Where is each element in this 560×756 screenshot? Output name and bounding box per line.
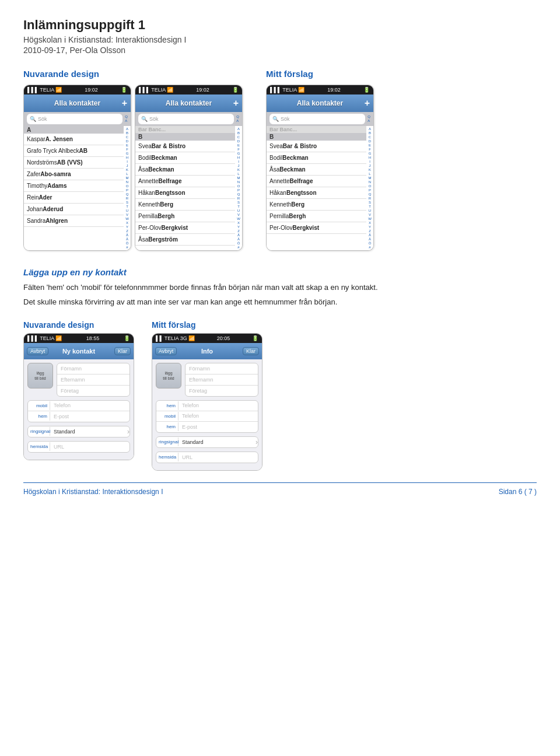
form-hem-row-1[interactable]: hem E-post [28, 411, 130, 422]
form-ring-row-2[interactable]: ringsignal Standard › [156, 437, 258, 447]
form-ring-value-1: Standard [50, 427, 127, 436]
form-hemsida-section-2: hemsida URL [156, 452, 258, 463]
contact-row[interactable]: Grafo Tryck Ahlbeck AB [24, 145, 124, 157]
desc-text-2: Det skulle minska förvirring av att man … [23, 296, 537, 309]
form-mobil-label-1: mobil [28, 401, 50, 410]
form-efternamn-field-1[interactable]: Efternamn [57, 374, 130, 386]
form-name-fields-1: Förnamn Efternamn Företag [57, 363, 130, 397]
status-bar-2: ▌▌▌ TELIA 📶 19:02 🔋 [135, 85, 242, 94]
contact-row[interactable]: Johan Aderud [24, 204, 124, 215]
nav-bar-1: Alla kontakter + [24, 94, 131, 112]
contacts-list-1: A Kaspar A. Jensen Grafo Tryck Ahlbeck A… [24, 126, 131, 250]
search-input-3[interactable]: 🔍 Sök [270, 114, 365, 124]
search-bar-3: 🔍 Sök QA [267, 112, 373, 126]
nav-bar-3: Alla kontakter + [267, 94, 373, 112]
form-epost-value-2[interactable]: E-post [178, 422, 258, 432]
add-contact-btn-1[interactable]: + [122, 98, 127, 108]
form-hem-label-2: hem [156, 401, 178, 410]
form-hemsida-row-2[interactable]: hemsida URL [156, 452, 258, 463]
form-telefon-value-2b[interactable]: Telefon [178, 411, 258, 421]
contact-row[interactable]: Kenneth Berg [135, 199, 235, 211]
nuvarande-label: Nuvarande design [23, 69, 243, 79]
form-ring-label-1: ringsignal [28, 427, 50, 436]
contact-row[interactable]: Sandra Ahlgren [24, 215, 124, 227]
contact-row[interactable]: Nordströms AB (VVS) [24, 157, 124, 169]
form-status-bar-2: ▌▌ TELIA 3G 📶 20:05 🔋 [152, 334, 262, 343]
form-fornamn-field-2[interactable]: Förnamn [186, 363, 258, 374]
contact-row[interactable]: Åsa Beckman [135, 164, 235, 176]
form-cancel-btn-2[interactable]: Avbryt [155, 347, 177, 355]
form-fornamn-field-1[interactable]: Förnamn [57, 363, 130, 374]
nav-title-1: Alla kontakter [54, 99, 100, 107]
form-phone-section-2: hem Telefon mobil Telefon hem E-post [156, 400, 258, 433]
form-foretag-field-1[interactable]: Företag [57, 386, 130, 396]
contact-row[interactable]: Håkan Bengtsson [267, 187, 366, 199]
contact-row[interactable]: Åsa Beckman [267, 164, 366, 176]
contact-row[interactable]: Pernilla Bergh [135, 211, 235, 222]
form-mobil-row-2[interactable]: mobil Telefon [156, 411, 258, 422]
contact-row[interactable]: Håkan Bengtsson [135, 187, 235, 199]
contact-row[interactable]: Annette Belfrage [267, 176, 366, 187]
form-telefon-value-2[interactable]: Telefon [178, 401, 258, 410]
add-contact-btn-3[interactable]: + [365, 98, 370, 108]
alphabet-bar-2[interactable]: ABCDEF GHIJKL MNOPQR STUVWX YZÅÄÖ# [235, 126, 242, 250]
form-ring-label-2: ringsignal [156, 438, 178, 446]
form-url-value-1[interactable]: URL [50, 442, 130, 452]
form-hem-epost-row-2[interactable]: hem E-post [156, 422, 258, 432]
form-ring-value-2: Standard [178, 438, 256, 447]
contact-row[interactable]: Svea Bar & Bistro [135, 141, 235, 152]
form-nav-bar-1: Avbryt Ny kontakt Klar [24, 343, 134, 359]
add-contact-btn-2[interactable]: + [233, 98, 239, 108]
form-epost-value-1[interactable]: E-post [50, 412, 130, 421]
contact-row[interactable]: Zafer Abo-samra [24, 169, 124, 180]
form-hemsida-row-1[interactable]: hemsida URL [28, 442, 130, 452]
contact-row[interactable]: Per-Olov Bergkvist [267, 222, 366, 234]
spacer [249, 69, 260, 251]
form-telefon-value-1[interactable]: Telefon [50, 401, 130, 410]
page-footer: Högskolan i Kristianstad: Interaktionsde… [23, 482, 537, 496]
desc-text-1: Fälten 'hem' och 'mobil' för telefonnmmm… [23, 282, 537, 294]
form-hemsida-label-1: hemsida [28, 442, 50, 451]
status-bar-1: ▌▌▌ TELIA 📶 19:02 🔋 [24, 85, 131, 94]
form-nav-bar-2: Avbryt Info Klar [152, 343, 262, 359]
contact-row[interactable]: Bodil Beckman [267, 152, 366, 164]
form-name-fields-2: Förnamn Efternamn Företag [185, 363, 258, 397]
contact-row[interactable]: Per-Olov Bergkvist [135, 222, 235, 234]
contact-row: Bar Banc... [135, 126, 235, 133]
page-title: Inlämningsuppgift 1 [23, 18, 537, 33]
contact-row[interactable]: Rein Ader [24, 192, 124, 204]
contacts-list-2: Bar Banc... B Svea Bar & Bistro Bodil Be… [135, 126, 242, 250]
form-done-btn-1[interactable]: Klar [114, 347, 131, 355]
form-hemsida-section-1: hemsida URL [27, 441, 130, 453]
mitt-forslag-label: Mitt förslag [266, 69, 374, 79]
form-body-1: läggtill bild Förnamn Efternamn Företag … [24, 359, 134, 460]
time-1: 19:02 [85, 87, 98, 93]
form-photo-btn-2[interactable]: läggtill bild [156, 363, 181, 388]
form-efternamn-field-2[interactable]: Efternamn [186, 374, 258, 386]
contact-row[interactable]: Kaspar A. Jensen [24, 134, 124, 145]
form-ring-row-1[interactable]: ringsignal Standard › [28, 426, 130, 437]
form-foretag-field-2[interactable]: Företag [186, 386, 258, 396]
form-hem-row-2[interactable]: hem Telefon [156, 401, 258, 411]
form-cancel-btn-1[interactable]: Avbryt [27, 347, 48, 355]
alphabet-bar-3[interactable]: ABCDEF GHIJKL MNOPQR STUVWX YZÅÄÖ# [366, 126, 373, 250]
search-input-1[interactable]: 🔍 Sök [27, 114, 123, 124]
contact-row[interactable]: Annette Belfrage [135, 176, 235, 187]
contact-row[interactable]: Pernilla Bergh [267, 211, 366, 222]
form-mobil-row-1[interactable]: mobil Telefon [28, 401, 130, 411]
iphone-screen1: ▌▌▌ TELIA 📶 19:02 🔋 Alla kontakter + 🔍 S… [23, 85, 131, 251]
contact-row[interactable]: Kenneth Berg [267, 199, 366, 211]
contact-row[interactable]: Bodil Beckman [135, 152, 235, 164]
contact-row[interactable]: Svea Bar & Bistro [267, 141, 366, 152]
form-done-btn-2[interactable]: Klar [243, 347, 259, 355]
section1-phones-row: Nuvarande design ▌▌▌ TELIA 📶 19:02 🔋 All… [23, 69, 537, 251]
contact-row-timothy[interactable]: Timothy Adams [24, 180, 124, 192]
form-photo-btn-1[interactable]: läggtill bild [27, 363, 53, 388]
form-url-value-2[interactable]: URL [178, 453, 258, 462]
form-ring-section-1: ringsignal Standard › [27, 426, 130, 438]
nav-title-2: Alla kontakter [166, 99, 212, 107]
form-hem-label-1: hem [28, 412, 50, 421]
alphabet-bar-1[interactable]: ABCDEF GHIJKL MNOPQR STUVWX YZÅÄÖ# [124, 126, 131, 250]
search-input-2[interactable]: 🔍 Sök [138, 114, 234, 124]
contact-row[interactable]: Åsa Bergström [135, 234, 235, 246]
